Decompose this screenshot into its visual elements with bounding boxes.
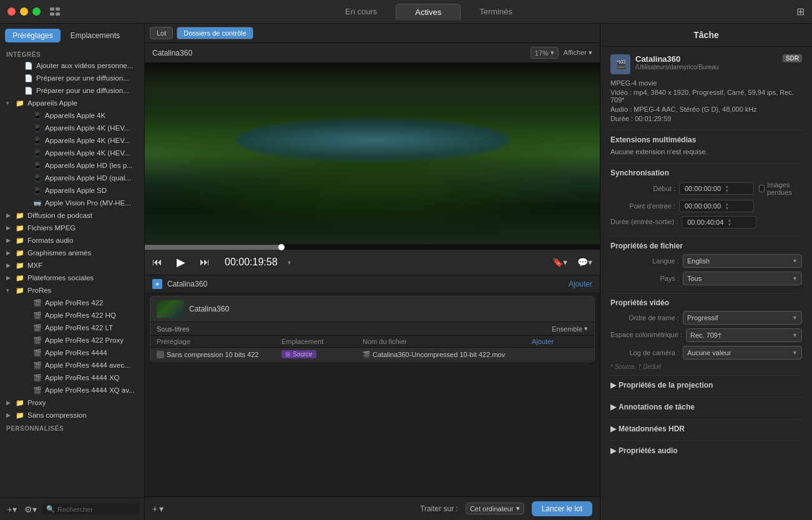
minimize-button[interactable]	[20, 7, 28, 16]
sidebar-item-appareils[interactable]: ▾ 📁 Appareils Apple	[0, 97, 144, 109]
settings-button[interactable]: ⚙▾	[24, 503, 37, 516]
projection-header[interactable]: ▶ Propriétés de la projection	[610, 376, 802, 392]
add-job-button[interactable]: + ▾	[152, 504, 164, 514]
sidebar-item-diffusion[interactable]: ▶ 📁 Diffusion de podcast	[0, 209, 144, 222]
tab-prereglages[interactable]: Préréglages	[5, 29, 61, 42]
ensemble-label: Ensemble	[552, 325, 582, 333]
subtitles-header: Sous-titres Ensemble ▾	[150, 321, 594, 336]
col-emplacement: Emplacement	[281, 338, 363, 345]
sidebar-item-sanscompression[interactable]: ▶ 📁 Sans compression	[0, 409, 144, 421]
langue-label: Langue :	[610, 257, 679, 265]
point-label: Point d'entrée :	[610, 202, 679, 210]
ordre-select[interactable]: Progressif ▼	[683, 311, 802, 325]
zoom-control[interactable]: 17% ▾	[531, 47, 559, 59]
point-value[interactable]: 00:00:00:00 ▲▼	[679, 200, 754, 212]
sidebar-item-audio[interactable]: ▶ 📁 Formats audio	[0, 234, 144, 247]
sidebar-item-label: Proxy	[27, 399, 46, 406]
search-field[interactable]: 🔍 Rechercher	[42, 504, 139, 514]
log-select[interactable]: Aucune valeur ▼	[683, 346, 802, 360]
bottom-bar: + ▾ Traiter sur : Cet ordinateur ▾ Lance…	[145, 496, 600, 520]
tab-emplacements[interactable]: Emplacements	[63, 29, 127, 42]
col-ajouter[interactable]: Ajouter	[532, 338, 588, 345]
ordinateur-select[interactable]: Cet ordinateur ▾	[466, 503, 524, 514]
tiles-icon[interactable]	[50, 7, 61, 16]
sidebar-item-label: Appareils Apple 4K (HEV...	[45, 137, 130, 144]
sidebar-item-prores4444[interactable]: 🎬 Apple ProRes 4444	[0, 346, 144, 359]
sidebar-item-label: Plateformes sociales	[27, 274, 94, 282]
sidebar-item-prores422lt[interactable]: 🎬 Apple ProRes 422 LT	[0, 321, 144, 334]
sidebar-item-prores422hq[interactable]: 🎬 Apple ProRes 422 HQ	[0, 309, 144, 321]
sidebar-item-label: Appareils Apple	[27, 99, 77, 107]
sidebar-item-plateformes[interactable]: ▶ 📁 Plateformes sociales	[0, 272, 144, 284]
add-preset-button[interactable]: +▾	[5, 503, 19, 516]
debut-value[interactable]: 00:00:00:00 ▲▼	[679, 182, 754, 195]
espace-select[interactable]: Rec. 709† ▼	[686, 328, 802, 342]
playback-controls: ⏮ ▶ ⏭ 00:00:19:58 ▾ 🔖▾ 💬▾	[145, 250, 600, 275]
right-panel-title: Tâche	[610, 30, 802, 40]
lancer-button[interactable]: Lancer le lot	[532, 501, 592, 516]
source-badge: Source	[281, 350, 316, 358]
maximize-button[interactable]	[32, 7, 41, 16]
sidebar-item-preparer2[interactable]: 📄 Préparer pour une diffusion...	[0, 84, 144, 97]
lot-button[interactable]: Lot	[150, 27, 173, 39]
arrow-icon: ▶	[6, 262, 15, 268]
timecode-chevron[interactable]: ▾	[288, 259, 291, 266]
sidebar-item-applehd2[interactable]: 📱 Appareils Apple HD (qual...	[0, 172, 144, 184]
chevron-down-icon: ▼	[792, 275, 798, 282]
debut-stepper[interactable]: ▲▼	[725, 184, 729, 193]
sidebar-item-apple4khev2[interactable]: 📱 Appareils Apple 4K (HEV...	[0, 134, 144, 147]
sidebar-item-mxf[interactable]: ▶ 📁 MXF	[0, 259, 144, 272]
sidebar-item-apple4khev1[interactable]: 📱 Appareils Apple 4K (HEV...	[0, 122, 144, 134]
tab-actives[interactable]: Actives	[396, 4, 461, 20]
close-button[interactable]	[7, 7, 16, 16]
sidebar-item-apple4khev3[interactable]: 📱 Appareils Apple 4K (HEV...	[0, 147, 144, 159]
tab-en-cours[interactable]: En cours	[326, 4, 396, 20]
afficher-button[interactable]: Afficher ▾	[564, 49, 592, 57]
subtitles-label: Sous-titres	[157, 325, 190, 333]
skip-forward-button[interactable]: ⏭	[200, 257, 210, 268]
sidebar-item-label: Apple ProRes 422 LT	[45, 324, 113, 331]
job-area: ● Catalina360 Ajouter Catalina360 Sous-t…	[145, 275, 600, 496]
chevron-down-icon: ▾	[550, 49, 554, 57]
sidebar-item-applevision[interactable]: 🥽 Apple Vision Pro (MV-HE...	[0, 197, 144, 209]
duree-value[interactable]: 00:00:40:04 ▲▼	[682, 216, 756, 228]
arrow-icon: ▶	[6, 250, 15, 256]
sidebar-item-mpeg[interactable]: ▶ 📁 Fichiers MPEG	[0, 222, 144, 234]
zoom-value: 17%	[535, 49, 549, 57]
bookmark-button[interactable]: 🔖▾	[552, 257, 567, 267]
play-button[interactable]: ▶	[172, 253, 190, 271]
dossiers-button[interactable]: Dossiers de contrôle	[177, 27, 253, 39]
sidebar-item-applesd[interactable]: 📱 Appareils Apple SD	[0, 184, 144, 197]
sidebar-item-graphismes[interactable]: ▶ 📁 Graphismes animés	[0, 247, 144, 259]
video-props-header: Propriétés vidéo	[610, 293, 802, 307]
grid-icon[interactable]: ⊞	[796, 6, 805, 17]
sidebar-item-prores422[interactable]: 🎬 Apple ProRes 422	[0, 297, 144, 309]
sidebar-item-apple4k[interactable]: 📱 Appareils Apple 4K	[0, 109, 144, 122]
progress-track[interactable]	[145, 245, 600, 250]
langue-select[interactable]: English ▼	[683, 254, 802, 268]
audio-header[interactable]: ▶ Propriétés audio	[610, 441, 802, 458]
sidebar-item-prores[interactable]: ▾ 📁 ProRes	[0, 284, 144, 297]
skip-back-button[interactable]: ⏮	[152, 257, 162, 268]
sidebar-item-preparer1[interactable]: 📄 Préparer pour une diffusion...	[0, 72, 144, 84]
sidebar-item-applehd1[interactable]: 📱 Appareils Apple HD (les p...	[0, 159, 144, 172]
annotations-header[interactable]: ▶ Annotations de tâche	[610, 398, 802, 414]
point-stepper[interactable]: ▲▼	[725, 202, 729, 210]
sidebar-item-prores4444xq[interactable]: 🎬 Apple ProRes 4444 XQ	[0, 371, 144, 384]
images-perdues-checkbox[interactable]	[759, 185, 765, 192]
ensemble-button[interactable]: Ensemble ▾	[552, 325, 588, 333]
duree-stepper[interactable]: ▲▼	[727, 218, 731, 227]
doc-icon: 📄	[24, 61, 34, 71]
sidebar-item-proxy[interactable]: ▶ 📁 Proxy	[0, 396, 144, 409]
speech-button[interactable]: 💬▾	[577, 257, 592, 267]
pays-select[interactable]: Tous ▼	[683, 272, 802, 285]
sidebar-item-prores422proxy[interactable]: 🎬 Apple ProRes 422 Proxy	[0, 334, 144, 346]
search-placeholder: Rechercher	[57, 506, 93, 513]
tab-termines[interactable]: Terminés	[461, 4, 531, 20]
hdr-header[interactable]: ▶ Métadonnées HDR	[610, 419, 802, 436]
sidebar-item-prores4444xqa[interactable]: 🎬 Apple ProRes 4444 XQ av...	[0, 384, 144, 396]
sidebar-item-ajouter[interactable]: 📄 Ajouter aux vidéos personne...	[0, 59, 144, 72]
job-add-button[interactable]: Ajouter	[569, 280, 592, 288]
sidebar-item-prores4444a[interactable]: 🎬 Apple ProRes 4444 avec...	[0, 359, 144, 371]
images-perdues-row: Images perdues	[759, 181, 802, 196]
